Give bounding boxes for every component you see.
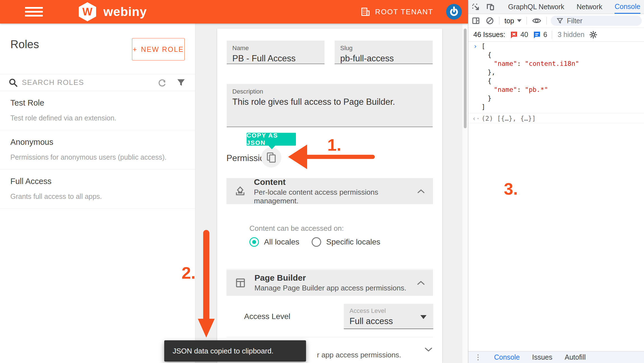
slug-field-label: Slug (340, 45, 427, 52)
description-field[interactable]: Description This role gives full access … (227, 84, 433, 127)
return-value-icon: ‹· (472, 113, 481, 124)
search-roles-row: SEARCH ROLES (0, 74, 195, 91)
chevron-down-icon[interactable] (424, 347, 433, 352)
kebab-menu-icon[interactable]: ⋮ (474, 353, 482, 362)
error-count: 40 (520, 31, 528, 39)
message-badge: 6 (533, 31, 547, 39)
page-builder-section-header[interactable]: Page Builder Manage Page Builder app acc… (226, 270, 433, 296)
inspect-element-icon[interactable] (472, 3, 480, 11)
scrollbar-thumb[interactable] (464, 29, 467, 128)
chevron-up-icon[interactable] (417, 189, 425, 194)
locale-radio-group: All locales Specific locales (249, 237, 388, 247)
page-title: Roles (10, 38, 39, 51)
error-badge: 40 (510, 31, 528, 39)
description-field-label: Description (232, 88, 427, 95)
copy-permissions-button[interactable] (261, 147, 281, 167)
console-line: ] (468, 103, 644, 111)
access-level-dropdown-value: Full access (349, 316, 428, 326)
role-details-card: Name PB - Full Access Slug pb-full-acces… (217, 29, 442, 363)
content-section-description: Per-locale content access permissions ma… (254, 188, 417, 205)
page-builder-section-title: Page Builder (254, 273, 406, 283)
drawer-tab-issues[interactable]: Issues (532, 353, 552, 361)
radio-specific-locales-label: Specific locales (326, 238, 380, 246)
console-line: ›[ (468, 42, 644, 51)
console-output[interactable]: ›[ { "name": "content.i18n" }, { "name":… (468, 42, 644, 351)
devtools-tab-bar: GraphQL Network Network Console » (468, 0, 644, 14)
avatar-g-icon (448, 6, 460, 17)
drawer-tab-autofill[interactable]: Autofill (565, 353, 586, 361)
message-count: 6 (543, 31, 547, 39)
tenant-name: ROOT TENANT (375, 8, 433, 16)
search-input[interactable]: SEARCH ROLES (22, 78, 157, 87)
role-list-item-full-access[interactable]: Full Access Grants full access to all ap… (0, 169, 195, 209)
annotation-step-3: 3. (504, 179, 518, 199)
annotation-arrow-2 (198, 233, 215, 338)
clear-console-icon[interactable] (486, 17, 494, 25)
page-builder-table-icon (234, 277, 247, 289)
name-field[interactable]: Name PB - Full Access (227, 41, 325, 64)
page-builder-section-body: Access Level Access Level Full access (226, 296, 433, 337)
name-field-value: PB - Full Access (232, 53, 319, 64)
radio-all-locales[interactable] (249, 237, 259, 247)
console-toolbar: top Filter (468, 14, 644, 28)
filter-placeholder: Filter (567, 17, 583, 25)
role-description: Grants full access to all apps. (10, 192, 102, 201)
plus-icon: + (133, 45, 138, 53)
refresh-icon[interactable] (157, 78, 167, 87)
console-result-line[interactable]: ‹·(2) [{…}, {…}] (468, 113, 644, 123)
webiny-admin-app: W webiny ROOT TENANT Roles + (0, 0, 468, 363)
drawer-tab-console[interactable]: Console (494, 353, 520, 361)
toast-message: JSON data copied to clipboard. (173, 347, 274, 355)
access-level-dropdown[interactable]: Access Level Full access (344, 304, 433, 329)
role-name: Anonymous (10, 138, 53, 147)
console-filter-input[interactable]: Filter (551, 16, 642, 26)
slug-field-value: pb-full-access (340, 53, 427, 64)
webiny-logo[interactable]: W webiny (76, 0, 147, 24)
console-line: }, (468, 68, 644, 77)
description-field-value: This role gives full access to Page Buil… (232, 97, 427, 107)
eye-watch-icon[interactable] (532, 17, 541, 24)
snackbar-toast: JSON data copied to clipboard. (164, 340, 306, 362)
issues-bar[interactable]: 46 Issues: 40 6 3 hidden (468, 28, 644, 42)
hamburger-menu-icon[interactable] (25, 6, 43, 17)
new-role-button[interactable]: + NEW ROLE (132, 38, 185, 61)
tooltip-pointer (268, 146, 275, 149)
console-settings-gear-icon[interactable] (589, 31, 597, 39)
svg-text:W: W (82, 6, 92, 18)
dropdown-caret-icon (420, 315, 427, 319)
expand-arrow-icon[interactable]: › (473, 42, 481, 51)
console-line: "name": "content.i18n" (468, 59, 644, 68)
user-avatar[interactable] (446, 4, 462, 20)
content-section-title: Content (254, 177, 417, 187)
content-access-question: Content can be accessed on: (249, 224, 344, 233)
result-preview: (2) [{…}, {…}] (481, 115, 536, 122)
building-icon (361, 7, 370, 17)
message-bubble-icon (533, 31, 541, 39)
radio-specific-locales[interactable] (312, 237, 321, 247)
content-section-header[interactable]: Content Per-locale content access permis… (226, 178, 433, 204)
context-selector[interactable]: top (504, 17, 522, 25)
issues-count-label: 46 Issues: (473, 31, 505, 39)
filter-funnel-icon[interactable] (177, 78, 186, 87)
slug-field[interactable]: Slug pb-full-access (335, 41, 433, 64)
next-section-description-fragment: r app access permissions. (317, 351, 401, 359)
tab-console[interactable]: Console (615, 0, 640, 14)
caret-down-icon (517, 19, 522, 22)
app-header: W webiny ROOT TENANT (0, 0, 468, 24)
role-list-item-test-role[interactable]: Test Role Test role defined via an exten… (0, 91, 195, 130)
tab-graphql-network[interactable]: GraphQL Network (508, 0, 564, 14)
role-name: Test Role (10, 98, 44, 108)
role-list-item-anonymous[interactable]: Anonymous Permissions for anonymous user… (0, 130, 195, 169)
annotation-step-2: 2. (182, 263, 196, 283)
tab-network[interactable]: Network (577, 0, 603, 14)
dock-side-icon[interactable] (472, 17, 480, 25)
chevron-up-icon[interactable] (417, 280, 425, 286)
device-toolbar-icon[interactable] (486, 3, 495, 11)
console-line: { (468, 77, 644, 85)
name-field-label: Name (232, 45, 319, 52)
console-line: "name": "pb.*" (468, 85, 644, 94)
divider (527, 17, 527, 25)
role-description: Permissions for anonymous users (public … (10, 153, 166, 161)
tenant-selector[interactable]: ROOT TENANT (361, 7, 433, 17)
context-selector-value: top (504, 17, 514, 25)
